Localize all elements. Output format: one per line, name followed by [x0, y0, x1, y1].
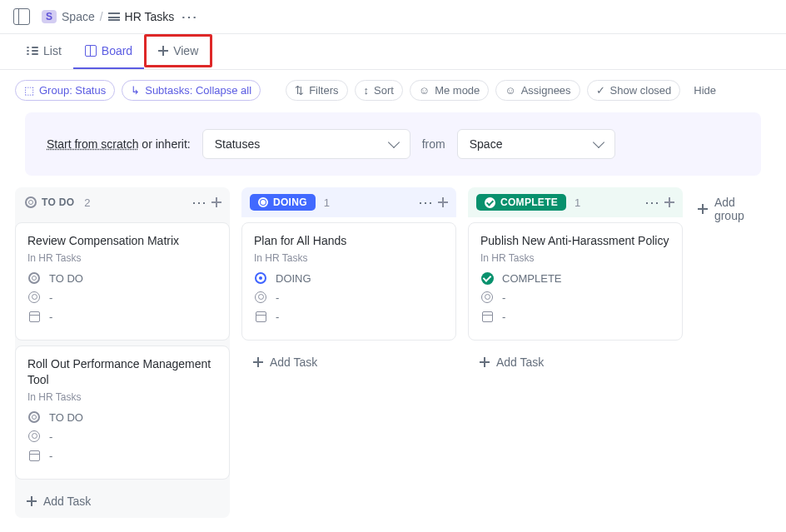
- card-date-row[interactable]: -: [480, 311, 670, 323]
- plus-icon: [158, 46, 168, 56]
- status-pill-doing[interactable]: DOING: [250, 194, 316, 211]
- tab-list[interactable]: List: [15, 34, 73, 69]
- layers-icon: ⬚: [24, 84, 34, 97]
- status-open-icon: [28, 272, 40, 284]
- status-pill-complete[interactable]: COMPLETE: [476, 194, 566, 211]
- card-title: Roll Out Performance Management Tool: [27, 356, 217, 388]
- card-date: -: [502, 311, 505, 323]
- add-task-button[interactable]: Add Task: [241, 346, 456, 379]
- status-complete-icon: [485, 197, 495, 208]
- add-group-button[interactable]: Add group: [694, 187, 771, 231]
- status-pill-todo[interactable]: TO DO: [23, 194, 76, 211]
- status-label: DOING: [273, 196, 307, 208]
- tab-list-label: List: [43, 44, 62, 57]
- task-card[interactable]: Review Compensation Matrix In HR Tasks T…: [15, 222, 230, 341]
- column-add-icon[interactable]: [211, 197, 221, 207]
- card-status-row[interactable]: DOING: [254, 272, 444, 285]
- column-more-icon[interactable]: ⋯: [418, 195, 431, 210]
- card-assignee: -: [502, 291, 505, 304]
- card-date-row[interactable]: -: [254, 311, 444, 323]
- sort-label: Sort: [374, 84, 394, 97]
- card-assignee: -: [276, 291, 279, 304]
- space-value: Space: [470, 137, 503, 151]
- me-mode-label: Me mode: [435, 84, 480, 97]
- filters-chip[interactable]: ⇅ Filters: [286, 80, 347, 101]
- status-doing-icon: [255, 272, 266, 284]
- add-view-button[interactable]: View: [144, 34, 212, 67]
- person-icon: [28, 430, 40, 442]
- me-mode-chip[interactable]: ☺ Me mode: [410, 80, 489, 101]
- card-date: -: [276, 311, 279, 323]
- add-task-button[interactable]: Add Task: [468, 346, 683, 379]
- chevron-down-icon: [388, 137, 400, 148]
- card-status-row[interactable]: TO DO: [27, 411, 217, 424]
- card-assignee-row[interactable]: -: [480, 291, 670, 304]
- card-status-row[interactable]: TO DO: [27, 272, 217, 285]
- status-open-icon: [28, 411, 40, 423]
- column-add-icon[interactable]: [664, 197, 674, 207]
- start-from-scratch-link[interactable]: Start from scratch: [47, 137, 138, 151]
- card-status-text: DOING: [276, 272, 311, 285]
- sort-chip[interactable]: ↕ Sort: [355, 80, 403, 101]
- tab-board[interactable]: Board: [73, 34, 144, 69]
- card-assignee-row[interactable]: -: [254, 291, 444, 304]
- space-select[interactable]: Space: [457, 129, 615, 159]
- more-menu-icon[interactable]: ⋯: [181, 8, 196, 25]
- column-complete: COMPLETE 1 ⋯ Publish New Anti-Harassment…: [468, 187, 683, 379]
- card-assignee-row[interactable]: -: [27, 291, 217, 304]
- subtasks-chip[interactable]: ↳ Subtasks: Collapse all: [122, 80, 261, 101]
- plus-icon: [480, 357, 490, 367]
- card-status-text: COMPLETE: [502, 272, 562, 285]
- plus-icon: [698, 204, 708, 214]
- breadcrumb-separator: /: [100, 10, 103, 23]
- show-closed-chip[interactable]: ✓ Show closed: [587, 80, 681, 101]
- column-count: 2: [84, 196, 90, 209]
- task-card[interactable]: Publish New Anti-Harassment Policy In HR…: [468, 222, 683, 341]
- list-icon: [108, 12, 120, 21]
- people-icon: ☺: [505, 84, 515, 97]
- statuses-value: Statuses: [215, 137, 260, 151]
- group-status-chip[interactable]: ⬚ Group: Status: [15, 80, 115, 101]
- add-task-button[interactable]: Add Task: [15, 485, 230, 518]
- column-more-icon[interactable]: ⋯: [644, 195, 658, 210]
- list-view-icon: [27, 47, 38, 55]
- card-date-row[interactable]: -: [27, 311, 217, 323]
- column-more-icon[interactable]: ⋯: [192, 195, 205, 210]
- column-doing: DOING 1 ⋯ Plan for All Hands In HR Tasks…: [241, 187, 456, 379]
- card-status-row[interactable]: COMPLETE: [480, 272, 670, 285]
- card-assignee-row[interactable]: -: [27, 430, 217, 443]
- card-title: Publish New Anti-Harassment Policy: [480, 233, 670, 249]
- status-complete-icon: [481, 272, 494, 285]
- column-todo: TO DO 2 ⋯ Review Compensation Matrix In …: [15, 187, 230, 518]
- person-icon: ☺: [419, 84, 430, 97]
- breadcrumb-current[interactable]: HR Tasks: [125, 10, 175, 23]
- board: TO DO 2 ⋯ Review Compensation Matrix In …: [0, 187, 786, 532]
- status-label: COMPLETE: [500, 196, 558, 208]
- hide-link[interactable]: Hide: [694, 84, 716, 97]
- card-assignee: -: [49, 291, 52, 304]
- card-status-text: TO DO: [49, 272, 83, 285]
- person-icon: [255, 291, 266, 303]
- status-doing-icon: [258, 197, 268, 207]
- chevron-down-icon: [593, 137, 604, 148]
- column-add-icon[interactable]: [438, 197, 448, 207]
- status-label: TO DO: [42, 196, 74, 208]
- space-badge[interactable]: S: [42, 10, 57, 23]
- card-date-row[interactable]: -: [27, 450, 217, 462]
- inherit-banner: Start from scratch or inherit: Statuses …: [25, 112, 761, 176]
- filter-icon: ⇅: [295, 84, 304, 97]
- task-card[interactable]: Plan for All Hands In HR Tasks DOING - -: [241, 222, 456, 341]
- task-card[interactable]: Roll Out Performance Management Tool In …: [15, 346, 230, 480]
- assignees-chip[interactable]: ☺ Assignees: [495, 80, 580, 101]
- sort-icon: ↕: [364, 84, 370, 97]
- column-count: 1: [324, 196, 330, 209]
- calendar-icon: [29, 450, 40, 461]
- sidebar-toggle-icon[interactable]: [13, 8, 30, 25]
- card-title: Plan for All Hands: [254, 233, 444, 249]
- column-header-todo: TO DO 2 ⋯: [15, 187, 230, 217]
- show-closed-label: Show closed: [610, 84, 672, 97]
- statuses-select[interactable]: Statuses: [202, 129, 410, 159]
- person-icon: [28, 291, 40, 303]
- breadcrumb-space[interactable]: Space: [62, 10, 95, 23]
- column-header-doing: DOING 1 ⋯: [241, 187, 456, 217]
